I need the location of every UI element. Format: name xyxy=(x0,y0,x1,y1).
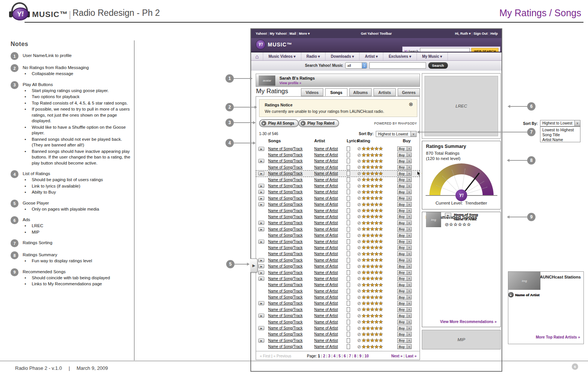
star-rating-icon[interactable]: ★★★★★ xyxy=(362,319,383,325)
play-icon[interactable]: ▶ xyxy=(258,271,264,275)
page-number-link[interactable]: 6 xyxy=(341,354,346,358)
song-link[interactable]: Name of Song/Track xyxy=(268,277,314,281)
buy-select[interactable]: Buy ∨ xyxy=(397,208,412,213)
rating-widget[interactable]: ⊘ ★★★★★ xyxy=(357,214,397,219)
star-rating-icon[interactable]: ★★★★★ xyxy=(362,288,383,294)
music-search-input[interactable] xyxy=(369,62,426,69)
song-link[interactable]: Name of Song/Track xyxy=(268,264,314,268)
rating-widget[interactable]: ⊘ ★★★★★ xyxy=(357,264,397,269)
song-link[interactable]: Name of Song/Track xyxy=(268,233,314,237)
artist-link[interactable]: Name of Artist xyxy=(314,190,347,194)
close-icon[interactable]: ⊗ xyxy=(409,101,413,107)
song-link[interactable]: Name of Song/Track xyxy=(268,165,314,169)
ban-icon[interactable]: ⊘ xyxy=(357,251,361,257)
rating-widget[interactable]: ⊘ ★★★★★ xyxy=(357,251,397,257)
rating-widget[interactable]: ⊘ ★★★★★ xyxy=(357,257,397,263)
ban-icon[interactable]: ⊘ xyxy=(357,158,361,164)
song-link[interactable]: Name of Song/Track xyxy=(268,301,314,305)
buy-select[interactable]: Buy ∨ xyxy=(397,251,412,256)
lyrics-checkbox[interactable] xyxy=(347,214,350,219)
page-number-link[interactable]: 5 xyxy=(335,354,341,358)
buy-select[interactable]: Buy ∨ xyxy=(397,258,412,263)
artist-link[interactable]: Name of Artist xyxy=(314,196,347,200)
ban-icon[interactable]: ⊘ xyxy=(445,222,449,227)
star-rating-icon[interactable]: ★★★★★ xyxy=(362,214,383,219)
artist-link[interactable]: Name of Artist xyxy=(314,339,347,343)
ban-icon[interactable]: ⊘ xyxy=(357,326,361,331)
star-rating-icon[interactable]: ★★★★★ xyxy=(362,226,383,232)
artist-link[interactable]: Name of Artist xyxy=(314,147,347,151)
artist-link[interactable]: Name of Artist xyxy=(314,202,347,206)
lyrics-checkbox[interactable] xyxy=(347,165,350,170)
artist-link[interactable]: Name of Artist xyxy=(314,159,347,163)
song-name[interactable]: Name of Song xyxy=(454,212,478,217)
star-rating-icon[interactable]: ★★★★★ xyxy=(362,270,383,275)
artist-link[interactable]: Name of Artist xyxy=(314,264,347,268)
search-scope-select[interactable]: all ▲▼ xyxy=(345,62,367,69)
table-row[interactable]: ▶ Name of Song/Track Name of Artist ⊘ ★★… xyxy=(256,325,420,331)
rating-widget[interactable]: ⊘ ★★★★★ xyxy=(357,332,397,337)
play-icon[interactable]: ▶ xyxy=(258,184,264,188)
lyrics-checkbox[interactable] xyxy=(347,289,350,294)
artist-link[interactable]: Name of Artist xyxy=(314,283,347,287)
table-row[interactable]: ▶ Name of Song/Track Name of Artist ⊘ ★★… xyxy=(256,208,420,214)
artist-link[interactable]: Name of Artist xyxy=(314,289,347,293)
rating-widget[interactable]: ⊘ ★★★★★ xyxy=(357,245,397,250)
home-icon[interactable]: ⌂ xyxy=(251,52,263,60)
rating-widget[interactable]: ⊘ ★★★★★ xyxy=(357,183,397,189)
music-search-button[interactable]: Search xyxy=(428,62,448,69)
lyrics-checkbox[interactable] xyxy=(347,270,350,275)
ban-icon[interactable]: ⊘ xyxy=(357,239,361,244)
song-link[interactable]: Name of Song/Track xyxy=(268,283,314,287)
table-row[interactable]: ▶ Name of Song/Track Name of Artist ⊘ ★★… xyxy=(256,214,420,220)
ban-icon[interactable]: ⊘ xyxy=(357,307,361,312)
lyrics-checkbox[interactable] xyxy=(347,264,350,269)
sort-select[interactable]: Highest to Lowest ∨ xyxy=(376,131,417,137)
star-rating-icon[interactable]: ★★★★★ xyxy=(362,152,383,158)
artist-link[interactable]: Name of Artist xyxy=(314,252,347,256)
buy-select[interactable]: Buy ∨ xyxy=(397,214,412,219)
rating-widget[interactable]: ⊘ ★★★★★ xyxy=(357,177,397,182)
buy-select[interactable]: Buy ∨ xyxy=(397,320,412,325)
table-row[interactable]: ▶ Name of Song/Track Name of Artist ⊘ ★★… xyxy=(256,313,420,319)
lyrics-checkbox[interactable] xyxy=(347,177,350,182)
next-page-link[interactable]: Next » xyxy=(391,354,403,358)
nav-item[interactable]: Exclusives ▾ xyxy=(383,52,417,60)
artist-link[interactable]: Name of Artist xyxy=(314,184,347,188)
star-rating-icon[interactable]: ★★★★★ xyxy=(362,245,383,250)
artist-link[interactable]: Name of Artist xyxy=(314,246,347,250)
page-number-link[interactable]: 10 xyxy=(361,354,369,358)
ban-icon[interactable]: ⊘ xyxy=(357,344,361,349)
play-icon[interactable]: ▶ xyxy=(258,221,264,225)
lyrics-checkbox[interactable] xyxy=(347,307,350,312)
play-icon[interactable]: ▶ xyxy=(258,264,264,268)
lyrics-checkbox[interactable] xyxy=(347,313,350,318)
lyrics-checkbox[interactable] xyxy=(347,233,350,238)
buy-select[interactable]: Buy ∨ xyxy=(397,301,412,306)
table-row[interactable]: ▶ Name of Song/Track Name of Artist ⊘ ★★… xyxy=(256,245,420,251)
song-link[interactable]: Name of Song/Track xyxy=(268,252,314,256)
play-icon[interactable]: ▶ xyxy=(258,196,264,200)
song-link[interactable]: Name of Song/Track xyxy=(268,289,314,293)
artist-link[interactable]: Name of Artist xyxy=(314,165,347,169)
buy-select[interactable]: Buy ∨ xyxy=(397,177,412,182)
table-row[interactable]: ▶ Name of Song/Track Name of Artist ⊘ ★★… xyxy=(256,269,420,275)
artist-link[interactable]: Name of Artist xyxy=(314,277,347,281)
table-row[interactable]: ▶ Name of Song/Track Name of Artist ⊘ ★★… xyxy=(256,152,420,158)
buy-select[interactable]: Buy ∨ xyxy=(397,332,412,337)
song-link[interactable]: Name of Song/Track xyxy=(268,159,314,163)
lyrics-checkbox[interactable] xyxy=(347,152,350,157)
artist-link[interactable]: Name of Artist xyxy=(314,240,347,244)
topbar-link[interactable]: Hi, Ruth ▾ xyxy=(455,32,471,35)
lyrics-checkbox[interactable] xyxy=(347,344,350,349)
buy-select[interactable]: Buy ∨ xyxy=(397,245,412,250)
nav-item[interactable]: Artist ▾ xyxy=(360,52,383,60)
buy-select[interactable]: Buy ∨ xyxy=(397,183,412,188)
artist-name[interactable]: Name of Artist xyxy=(454,217,477,221)
ban-icon[interactable]: ⊘ xyxy=(357,332,361,337)
nav-item[interactable]: Radio ▾ xyxy=(301,52,326,60)
star-rating-icon[interactable]: ★★★★★ xyxy=(362,171,383,176)
song-link[interactable]: Name of Song/Track xyxy=(268,258,314,262)
rating-widget[interactable]: ⊘ ★★★★★ xyxy=(357,202,397,207)
ban-icon[interactable]: ⊘ xyxy=(357,233,361,238)
